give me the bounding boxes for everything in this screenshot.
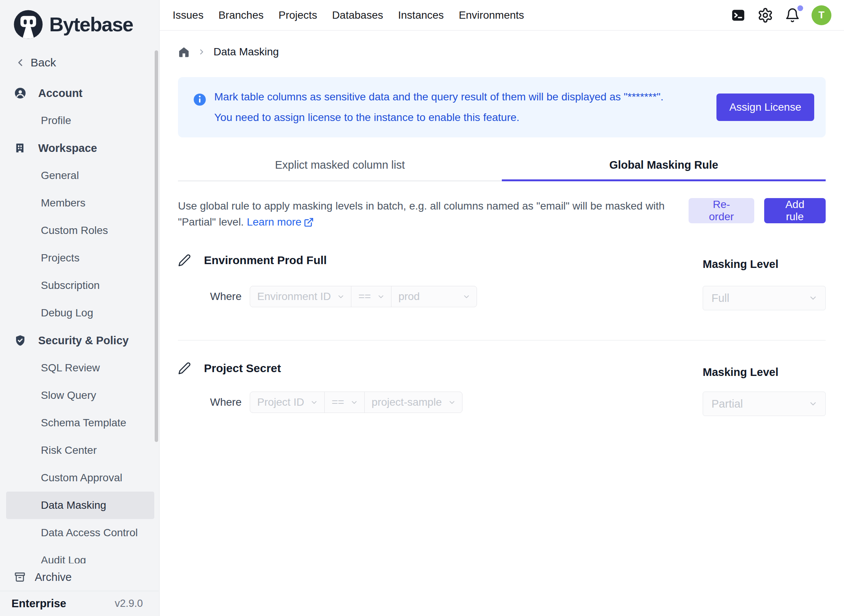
nav-link-projects[interactable]: Projects xyxy=(278,9,317,21)
assign-license-button[interactable]: Assign License xyxy=(716,94,814,121)
sidebar-item-label: Workspace xyxy=(38,142,97,155)
nav-link-instances[interactable]: Instances xyxy=(398,9,444,21)
archive-label: Archive xyxy=(35,571,72,584)
edit-pencil-icon[interactable] xyxy=(178,362,191,375)
sidebar-item-label: Data Access Control xyxy=(41,527,138,539)
learn-more-link[interactable]: Learn more xyxy=(247,214,314,230)
chevron-right-icon xyxy=(197,48,206,56)
nav-link-environments[interactable]: Environments xyxy=(459,9,524,21)
brand-wordmark: Bytebase xyxy=(49,13,133,36)
condition-field-select[interactable]: Environment ID xyxy=(250,286,351,307)
chevron-left-icon xyxy=(15,57,26,68)
plan-footer: Enterprise v2.9.0 xyxy=(0,591,159,616)
sidebar-item-label: Account xyxy=(38,87,82,100)
condition-operator-select[interactable]: == xyxy=(324,392,364,413)
sidebar-item-account[interactable]: Account xyxy=(0,79,159,107)
sidebar-item-sql-review[interactable]: SQL Review xyxy=(0,354,159,382)
user-circle-icon xyxy=(14,87,26,99)
sidebar-item-security-policy[interactable]: Security & Policy xyxy=(0,327,159,354)
learn-more-label: Learn more xyxy=(247,214,301,230)
condition-operator-select[interactable]: == xyxy=(351,286,391,307)
sidebar-item-data-access-control[interactable]: Data Access Control xyxy=(0,519,159,547)
back-label: Back xyxy=(31,56,56,69)
license-info-banner: Mark table columns as sensitive data and… xyxy=(178,77,826,137)
page-content: Data Masking Mark table columns as sensi… xyxy=(160,31,844,616)
chevron-down-icon xyxy=(337,293,345,301)
avatar[interactable]: T xyxy=(812,5,831,25)
masking-level-select[interactable]: Full xyxy=(703,286,826,310)
back-button[interactable]: Back xyxy=(0,49,159,76)
top-nav-links: Issues Branches Projects Databases Insta… xyxy=(173,9,524,21)
app-version: v2.9.0 xyxy=(115,598,143,610)
main-area: Issues Branches Projects Databases Insta… xyxy=(160,0,844,616)
condition-field-select[interactable]: Project ID xyxy=(250,392,324,413)
masking-rule-environment-prod-full: Environment Prod Full Masking Level Wher… xyxy=(178,254,826,310)
condition-group: Project ID == project-sample xyxy=(250,392,462,413)
tab-global-masking-rule[interactable]: Global Masking Rule xyxy=(502,156,826,181)
condition-operator-value: == xyxy=(358,290,371,303)
sidebar-nav: Account Profile Workspace General Member… xyxy=(0,76,159,574)
masking-level-label: Masking Level xyxy=(703,366,778,378)
condition-group: Environment ID == prod xyxy=(250,286,477,307)
rule-name: Environment Prod Full xyxy=(204,254,327,267)
nav-link-databases[interactable]: Databases xyxy=(332,9,383,21)
shield-check-icon xyxy=(14,334,26,347)
nav-link-issues[interactable]: Issues xyxy=(173,9,204,21)
sidebar-item-slow-query[interactable]: Slow Query xyxy=(0,382,159,409)
description-line2: "Partial" level. xyxy=(178,216,244,228)
banner-message: Mark table columns as sensitive data and… xyxy=(214,87,663,128)
sidebar-item-debug-log[interactable]: Debug Log xyxy=(0,299,159,327)
sidebar-item-custom-roles[interactable]: Custom Roles xyxy=(0,217,159,244)
breadcrumb-current: Data Masking xyxy=(213,46,279,58)
sidebar-item-archive[interactable]: Archive xyxy=(0,563,159,591)
sidebar-item-data-masking[interactable]: Data Masking xyxy=(6,492,154,519)
bell-icon[interactable] xyxy=(785,8,800,23)
masking-level-value: Full xyxy=(711,292,729,305)
where-label: Where xyxy=(210,290,241,303)
sidebar-item-label: Custom Roles xyxy=(41,224,108,237)
app-window: Bytebase Back Account Profile Workspace … xyxy=(0,0,844,616)
home-icon[interactable] xyxy=(178,46,190,58)
masking-level-value: Partial xyxy=(711,398,743,410)
sidebar-item-label: Schema Template xyxy=(41,417,126,429)
condition-field-value: Environment ID xyxy=(257,290,331,303)
condition-value-select[interactable]: prod xyxy=(391,286,477,307)
brand-logo[interactable]: Bytebase xyxy=(0,0,159,49)
add-rule-button[interactable]: Add rule xyxy=(764,198,826,223)
sidebar-item-projects[interactable]: Projects xyxy=(0,244,159,272)
sidebar-item-label: Security & Policy xyxy=(38,334,129,347)
masking-level-label: Masking Level xyxy=(703,258,778,270)
nav-link-branches[interactable]: Branches xyxy=(218,9,264,21)
sidebar-item-custom-approval[interactable]: Custom Approval xyxy=(0,464,159,492)
masking-level-select[interactable]: Partial xyxy=(703,392,826,416)
sidebar-item-label: SQL Review xyxy=(41,362,100,374)
sql-editor-terminal-icon[interactable] xyxy=(731,8,746,23)
sidebar-item-label: General xyxy=(41,169,79,182)
condition-value: project-sample xyxy=(372,396,442,408)
archive-icon xyxy=(14,571,26,583)
gear-icon[interactable] xyxy=(757,7,773,23)
sidebar-item-general[interactable]: General xyxy=(0,162,159,189)
chevron-down-icon xyxy=(462,293,471,301)
chevron-down-icon xyxy=(808,293,818,303)
sidebar-item-label: Projects xyxy=(41,252,79,264)
banner-line1: Mark table columns as sensitive data and… xyxy=(214,91,663,103)
building-icon xyxy=(14,142,26,154)
sidebar-item-subscription[interactable]: Subscription xyxy=(0,272,159,299)
sidebar-item-schema-template[interactable]: Schema Template xyxy=(0,409,159,437)
edit-pencil-icon[interactable] xyxy=(178,254,191,267)
sidebar-item-risk-center[interactable]: Risk Center xyxy=(0,437,159,464)
sidebar-item-workspace[interactable]: Workspace xyxy=(0,134,159,162)
sidebar-item-members[interactable]: Members xyxy=(0,189,159,217)
condition-value-select[interactable]: project-sample xyxy=(364,392,462,413)
tab-explicit-masked-column-list[interactable]: Explict masked column list xyxy=(178,156,502,181)
reorder-button[interactable]: Re-order xyxy=(689,198,754,223)
sidebar-scrollbar[interactable] xyxy=(155,50,158,442)
top-navigation: Issues Branches Projects Databases Insta… xyxy=(160,0,844,31)
rule-name: Project Secret xyxy=(204,362,281,375)
toolbar-buttons: Re-order Add rule xyxy=(689,198,826,223)
sidebar-item-label: Custom Approval xyxy=(41,472,122,484)
global-rule-toolbar: Use global rule to apply masking levels … xyxy=(178,198,826,230)
sidebar-item-profile[interactable]: Profile xyxy=(0,107,159,134)
bytebase-logo-icon xyxy=(13,9,44,40)
